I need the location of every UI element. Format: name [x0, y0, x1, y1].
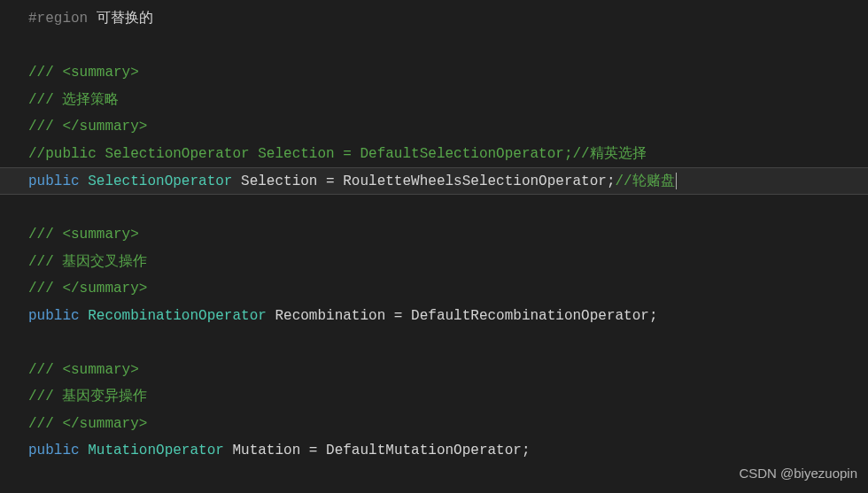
region-directive: #region: [28, 11, 88, 27]
code-line: /// 基因变异操作: [28, 383, 868, 411]
commented-code: //public SelectionOperator Selection = D…: [28, 146, 647, 162]
xml-doc-summary-close: /// </summary>: [28, 281, 147, 297]
type-name: MutationOperator: [80, 443, 224, 458]
watermark-text: CSDN @biyezuopin: [739, 461, 857, 487]
region-label: 可替换的: [88, 11, 153, 27]
xml-doc-text: /// 选择策略: [28, 92, 119, 108]
code-line: /// </summary>: [28, 275, 868, 303]
code-editor[interactable]: #region 可替换的 /// <summary> /// 选择策略 /// …: [0, 0, 868, 493]
text-cursor: [676, 173, 677, 189]
type-name: SelectionOperator: [80, 173, 233, 189]
code-line: /// 选择策略: [28, 87, 868, 114]
code-line: public RecombinationOperator Recombinati…: [28, 303, 868, 330]
type-name: RecombinationOperator: [80, 308, 267, 324]
code-line: /// </summary>: [28, 411, 868, 438]
code-line: /// <summary>: [28, 221, 868, 249]
code-line: #region 可替换的: [28, 5, 868, 33]
keyword-public: public: [28, 443, 80, 458]
empty-line: [28, 195, 868, 222]
xml-doc-text: /// 基因交叉操作: [28, 254, 147, 270]
keyword-public: public: [28, 173, 80, 189]
code-line: /// </summary>: [28, 113, 868, 141]
code-line: /// 基因交叉操作: [28, 249, 868, 276]
code-line: /// <summary>: [28, 59, 868, 87]
inline-comment: //轮赌盘: [616, 173, 675, 189]
keyword-public: public: [28, 308, 80, 324]
xml-doc-summary-open: /// <summary>: [28, 362, 139, 378]
code-text: Selection = RouletteWheelsSelectionOpera…: [232, 173, 615, 189]
empty-line: [28, 33, 868, 60]
code-line: /// <summary>: [28, 357, 868, 384]
xml-doc-summary-open: /// <summary>: [28, 65, 139, 81]
empty-line: [28, 329, 868, 357]
xml-doc-summary-close: /// </summary>: [28, 416, 147, 432]
code-text: Mutation = DefaultMutationOperator;: [224, 443, 531, 458]
xml-doc-text: /// 基因变异操作: [28, 389, 147, 404]
xml-doc-summary-open: /// <summary>: [28, 227, 139, 243]
active-code-line[interactable]: public SelectionOperator Selection = Rou…: [0, 167, 868, 195]
code-line: //public SelectionOperator Selection = D…: [28, 141, 868, 168]
xml-doc-summary-close: /// </summary>: [28, 119, 147, 135]
code-text: Recombination = DefaultRecombinationOper…: [267, 308, 658, 324]
